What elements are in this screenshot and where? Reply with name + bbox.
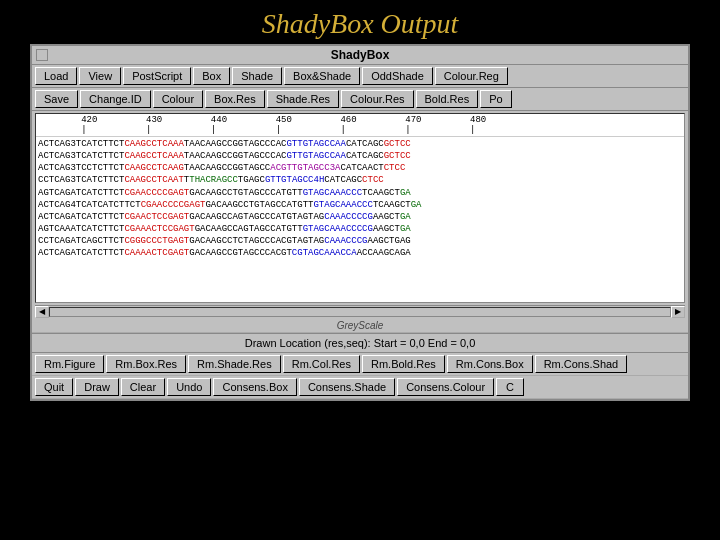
po-button[interactable]: Po [480, 90, 511, 108]
toolbar-row-2: Save Change.ID Colour Box.Res Shade.Res … [32, 88, 688, 111]
rmconsshad-button[interactable]: Rm.Cons.Shad [535, 355, 628, 373]
app-window: ShadyBox Load View PostScript Box Shade … [30, 44, 690, 401]
rmfigure-button[interactable]: Rm.Figure [35, 355, 104, 373]
scroll-right-button[interactable]: ▶ [671, 306, 685, 318]
changeid-button[interactable]: Change.ID [80, 90, 151, 108]
scroll-left-button[interactable]: ◀ [35, 306, 49, 318]
load-button[interactable]: Load [35, 67, 77, 85]
rmshaderes-button[interactable]: Rm.Shade.Res [188, 355, 281, 373]
seq-line-6: ACTCAG4TCATCATCTTCTCGAACCCCGAGTGACAAGCCT… [38, 199, 682, 211]
toolbar-row-1: Load View PostScript Box Shade Box&Shade… [32, 65, 688, 88]
title-area: ShadyBox Output [0, 0, 720, 44]
seq-line-4: CCTCAG3TCATCTTCTCAAGCCTCAATTTHACRAGCCTGA… [38, 174, 682, 186]
scrollbar-left-btn[interactable] [36, 49, 48, 61]
boxres-button[interactable]: Box.Res [205, 90, 265, 108]
save-button[interactable]: Save [35, 90, 78, 108]
seq-line-1: ACTCAG3TCATCTTCTCAAGCCTCAAATAACAAGCCGGTA… [38, 138, 682, 150]
status-bar: Drawn Location (res,seq): Start = 0,0 En… [32, 333, 688, 353]
rm-buttons-row: Rm.Figure Rm.Box.Res Rm.Shade.Res Rm.Col… [32, 353, 688, 376]
view-button[interactable]: View [79, 67, 121, 85]
draw-button[interactable]: Draw [75, 378, 119, 396]
clear-button[interactable]: Clear [121, 378, 165, 396]
seq-line-7: ACTCAGATCATCTTCTCGAACTCCGAGTGACAAGCCAGTA… [38, 211, 682, 223]
sequence-area: 420 430 440 450 460 470 480 | | | | | | … [35, 113, 685, 303]
shaderes-button[interactable]: Shade.Res [267, 90, 339, 108]
rmboxres-button[interactable]: Rm.Box.Res [106, 355, 186, 373]
rmboldres-button[interactable]: Rm.Bold.Res [362, 355, 445, 373]
colour-button[interactable]: Colour [153, 90, 203, 108]
coloures-button[interactable]: Colour.Res [341, 90, 413, 108]
shade-button[interactable]: Shade [232, 67, 282, 85]
consensshade-button[interactable]: Consens.Shade [299, 378, 395, 396]
seq-line-3: ACTCAG3TCCTCTTCTCAAGCCTCAAGTAACAAGCCGGTA… [38, 162, 682, 174]
quit-button[interactable]: Quit [35, 378, 73, 396]
consensbox-button[interactable]: Consens.Box [213, 378, 296, 396]
boldres-button[interactable]: Bold.Res [416, 90, 479, 108]
rmconsbox-button[interactable]: Rm.Cons.Box [447, 355, 533, 373]
undo-button[interactable]: Undo [167, 378, 211, 396]
horizontal-scrollbar[interactable]: ◀ ▶ [35, 305, 685, 317]
window-titlebar: ShadyBox [32, 46, 688, 65]
seq-line-10: ACTCAGATCATCTTCTCAAAACTCGAGTGACAAGCCGTAG… [38, 247, 682, 259]
rmcolres-button[interactable]: Rm.Col.Res [283, 355, 360, 373]
scrollbar-track[interactable] [49, 307, 671, 317]
box-button[interactable]: Box [193, 67, 230, 85]
boxshade-button[interactable]: Box&Shade [284, 67, 360, 85]
app-title: ShadyBox Output [262, 8, 459, 39]
ruler: 420 430 440 450 460 470 480 | | | | | | … [36, 114, 684, 137]
seq-line-8: AGTCAAATCATCTTCTCGAAACTCCGAGTGACAAGCCAGT… [38, 223, 682, 235]
seq-line-9: CCTCAGATCAGCTTCTCGGGCCCTGAGTGACAAGCCTCTA… [38, 235, 682, 247]
action-buttons-row: Quit Draw Clear Undo Consens.Box Consens… [32, 376, 688, 399]
sequence-lines: ACTCAG3TCATCTTCTCAAGCCTCAAATAACAAGCCGGTA… [36, 137, 684, 260]
c-button[interactable]: C [496, 378, 524, 396]
postscript-button[interactable]: PostScript [123, 67, 191, 85]
greyscale-label: GreyScale [32, 319, 688, 333]
oddshade-button[interactable]: OddShade [362, 67, 433, 85]
seq-line-5: AGTCAGATCATCTTCTCGAACCCCGAGTGACAAGCCTGTA… [38, 187, 682, 199]
consenscolour-button[interactable]: Consens.Colour [397, 378, 494, 396]
window-title: ShadyBox [331, 48, 390, 62]
seq-line-2: ACTCAG3TCATCTTCTCAAGCCTCAAATAACAAGCCGGTA… [38, 150, 682, 162]
colourreg-button[interactable]: Colour.Reg [435, 67, 508, 85]
